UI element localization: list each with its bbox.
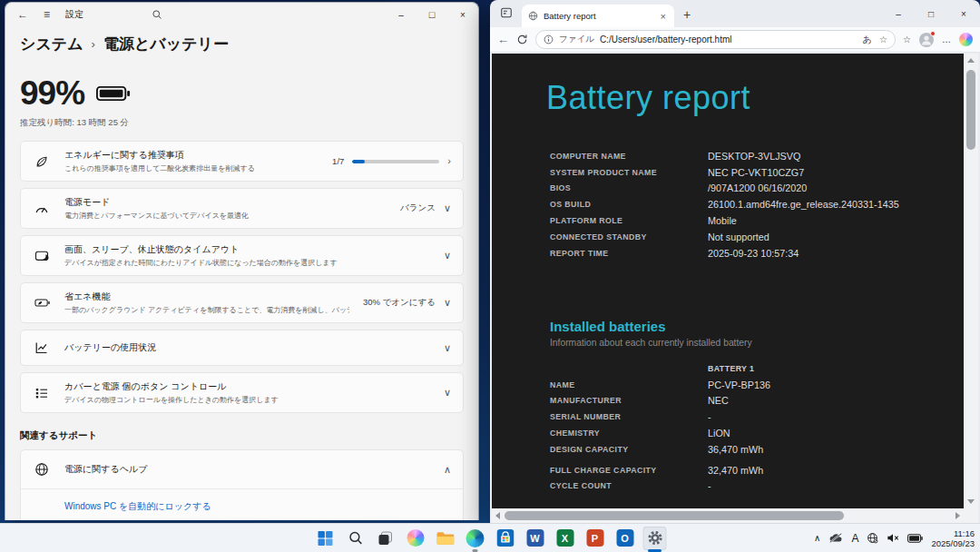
- word-button[interactable]: W: [524, 527, 547, 550]
- field-label: PLATFORM ROLE: [550, 216, 708, 225]
- help-link-auto-lock[interactable]: Windows PC を自動的にロックする: [21, 489, 463, 520]
- table-row: COMPUTER NAMEDESKTOP-3VLJSVQ: [550, 148, 899, 164]
- installed-batteries-subtitle: Information about each currently install…: [550, 338, 752, 348]
- field-value: DESKTOP-3VLJSVQ: [708, 151, 800, 162]
- recommendations-progress-bar: [352, 160, 439, 163]
- tray-date: 2025/09/23: [931, 538, 975, 548]
- profile-avatar[interactable]: [919, 33, 934, 47]
- card-lid-power-controls[interactable]: カバーと電源 個のボタン コントロール デバイスの物理コントロールを操作したとき…: [20, 372, 464, 413]
- browser-toolbar: ← ファイル C:/Users/user/battery-report.html…: [490, 27, 980, 53]
- help-row-power[interactable]: 電源に関するヘルプ ∧: [21, 450, 463, 488]
- vertical-scroll-thumb[interactable]: [966, 70, 975, 150]
- battery-eco-icon: [34, 297, 51, 309]
- field-label: COMPUTER NAME: [550, 152, 708, 161]
- table-row: SERIAL NUMBER-: [550, 409, 770, 425]
- card-screen-sleep-timeouts[interactable]: 画面、スリープ、休止状態のタイムアウト デバイスが指定された時間にわたりアイドル…: [20, 235, 464, 276]
- battery-estimate: 推定残り時間: 13 時間 25 分: [20, 117, 464, 129]
- settings-content: システム › 電源とバッテリー 99% 推定残り時間: 13 時間 25 分 エ…: [5, 26, 478, 520]
- microsoft-store-button[interactable]: [494, 527, 517, 550]
- card-energy-saver[interactable]: 省エネ機能 一部のバックグラウンド アクティビティを制限することで、電力消費を削…: [20, 282, 464, 323]
- field-label: CHEMISTRY: [550, 429, 708, 438]
- tab-actions-icon[interactable]: [500, 6, 514, 21]
- settings-button[interactable]: [643, 527, 667, 550]
- field-label: SYSTEM PRODUCT NAME: [550, 168, 708, 177]
- url-text[interactable]: C:/Users/user/battery-report.html: [600, 34, 858, 44]
- back-icon[interactable]: ←: [17, 8, 28, 21]
- file-explorer-button[interactable]: [434, 527, 457, 550]
- vertical-scrollbar[interactable]: [964, 54, 978, 508]
- breadcrumb-system[interactable]: システム: [20, 34, 83, 54]
- close-button[interactable]: ×: [447, 3, 478, 26]
- table-row: REPORT TIME2025-09-23 10:57:34: [550, 245, 899, 261]
- more-icon[interactable]: …: [942, 34, 951, 44]
- browser-window-controls: – □ ×: [882, 0, 980, 27]
- collections-icon[interactable]: ☆: [903, 34, 911, 44]
- network-icon[interactable]: [867, 532, 878, 544]
- globe-icon: [528, 11, 538, 21]
- chevron-down-icon[interactable]: ∨: [444, 343, 451, 353]
- card-power-mode[interactable]: 電源モード 電力消費とパフォーマンスに基づいてデバイスを最適化 バランス ∨: [20, 188, 464, 229]
- taskbar-search-button[interactable]: [344, 527, 368, 550]
- minimize-button[interactable]: –: [386, 3, 416, 26]
- tab-close-icon[interactable]: ×: [659, 11, 668, 22]
- chevron-down-icon[interactable]: ∨: [444, 388, 451, 398]
- maximize-button[interactable]: □: [915, 0, 947, 27]
- refresh-icon[interactable]: [516, 34, 528, 45]
- field-label: SERIAL NUMBER: [550, 412, 708, 421]
- start-button[interactable]: [314, 527, 338, 550]
- maximize-button[interactable]: □: [416, 3, 447, 26]
- excel-button[interactable]: X: [554, 527, 577, 550]
- chevron-down-icon[interactable]: ∨: [444, 251, 451, 261]
- chevron-down-icon[interactable]: ∨: [444, 298, 451, 308]
- taskbar-copilot-button[interactable]: [404, 527, 427, 550]
- card-energy-recommendations[interactable]: エネルギーに関する推奨事項 これらの推奨事項を適用して二酸化炭素排出量を削減する…: [20, 141, 464, 182]
- field-value: LiON: [708, 428, 730, 439]
- help-title: 電源に関するヘルプ: [64, 463, 430, 476]
- chevron-up-icon[interactable]: ∧: [444, 465, 451, 475]
- translate-icon[interactable]: あ: [863, 34, 872, 46]
- scroll-right-icon[interactable]: [956, 512, 960, 519]
- battery-report-page: Battery report COMPUTER NAMEDESKTOP-3VLJ…: [492, 54, 964, 508]
- task-view-button[interactable]: [374, 527, 397, 550]
- close-button[interactable]: ×: [947, 0, 980, 27]
- minimize-button[interactable]: –: [882, 0, 915, 27]
- ime-mode-indicator[interactable]: A: [851, 532, 858, 545]
- onedrive-paused-icon[interactable]: [828, 533, 843, 543]
- battery-column-header: BATTERY 1: [708, 364, 754, 373]
- table-row: NAMEPC-VP-BP136: [550, 377, 770, 393]
- new-tab-icon[interactable]: +: [683, 7, 691, 22]
- chevron-down-icon[interactable]: ∨: [444, 203, 451, 213]
- favorite-star-icon[interactable]: ☆: [879, 34, 887, 44]
- field-value: /907A1200 06/16/2020: [708, 182, 807, 193]
- powerpoint-button[interactable]: P: [583, 527, 607, 550]
- edge-button[interactable]: [464, 527, 487, 550]
- address-bar[interactable]: ファイル C:/Users/user/battery-report.html あ…: [535, 30, 896, 49]
- browser-tab[interactable]: Battery report ×: [522, 5, 674, 27]
- tray-battery-icon[interactable]: [907, 534, 923, 543]
- scroll-down-icon[interactable]: [967, 499, 975, 504]
- table-row: CHEMISTRYLiON: [550, 425, 770, 441]
- taskbar: W X P O ∧ A 11:16 2025/09/23: [0, 523, 980, 552]
- card-title: 画面、スリープ、休止状態のタイムアウト: [64, 243, 430, 256]
- horizontal-scrollbar[interactable]: [492, 508, 964, 523]
- scroll-left-icon[interactable]: [495, 512, 500, 519]
- volume-muted-icon[interactable]: [887, 533, 899, 543]
- menu-icon[interactable]: ≡: [44, 8, 50, 21]
- tray-expand-icon[interactable]: ∧: [814, 533, 820, 543]
- power-mode-value[interactable]: バランス: [400, 202, 436, 214]
- back-icon[interactable]: ←: [497, 33, 509, 46]
- horizontal-scroll-thumb[interactable]: [505, 511, 844, 520]
- outlook-button[interactable]: O: [613, 527, 637, 550]
- copilot-icon[interactable]: [959, 33, 973, 46]
- field-label: REPORT TIME: [550, 249, 708, 258]
- clock[interactable]: 11:16 2025/09/23: [931, 528, 975, 548]
- search-icon[interactable]: [152, 9, 162, 20]
- info-icon[interactable]: [544, 34, 554, 44]
- energy-saver-value[interactable]: 30% でオンにする: [363, 297, 436, 309]
- chevron-right-icon[interactable]: ›: [447, 156, 451, 166]
- field-label: FULL CHARGE CAPACITY: [550, 466, 708, 475]
- field-label: MANUFACTURER: [550, 396, 708, 405]
- field-value: PC-VP-BP136: [708, 380, 770, 390]
- card-battery-usage[interactable]: バッテリーの使用状況 ∨: [20, 330, 464, 366]
- scroll-up-icon[interactable]: [967, 58, 975, 63]
